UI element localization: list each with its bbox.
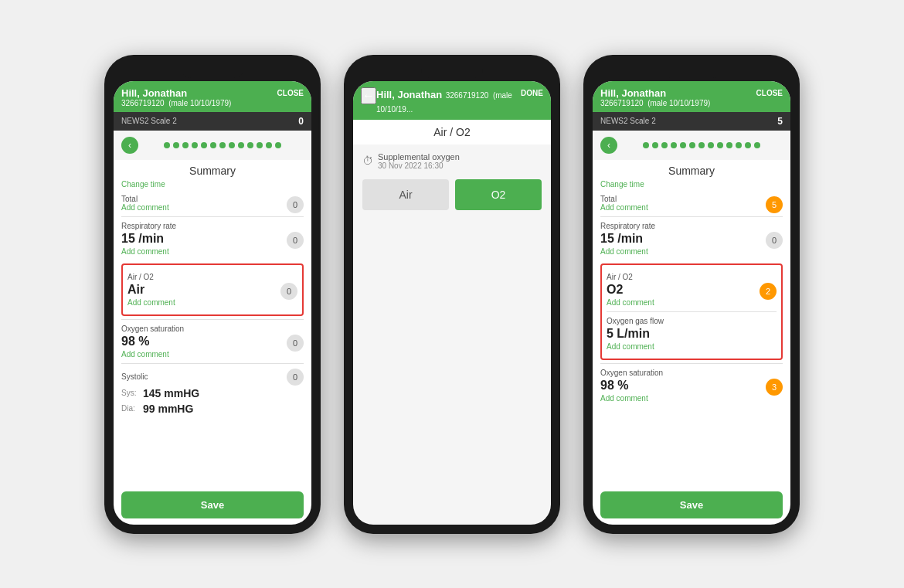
patient-name-2: Hill, Jonathan xyxy=(376,89,442,100)
dot xyxy=(708,142,714,148)
supplemental-row-2: ⏱ Supplemental oxygen 30 Nov 2022 16:30 xyxy=(353,144,551,175)
dot xyxy=(745,142,751,148)
resp-rate-row-3: Respiratory rate 15 /min Add comment 0 xyxy=(600,216,783,260)
air-o2-section-1: Air / O2 Air Add comment 0 xyxy=(121,263,304,316)
air-o2-title-2: Air / O2 xyxy=(353,120,551,144)
news2-bar-1: NEWS2 Scale 2 0 xyxy=(114,112,311,131)
screen-1: Hill, Jonathan 3266719120 (male 10/10/19… xyxy=(114,81,311,525)
o2-gas-row-3: Oxygen gas flow 5 L/min Add comment xyxy=(607,311,777,355)
done-button-2[interactable]: DONE xyxy=(521,87,543,97)
air-o2-score-3: 2 xyxy=(760,283,777,300)
supplemental-label-2: Supplemental oxygen xyxy=(378,152,460,161)
o2-sat-score-3: 3 xyxy=(766,379,783,396)
phone-notch-1 xyxy=(182,64,243,78)
resp-score-3: 0 xyxy=(766,232,783,249)
add-comment-gas-3[interactable]: Add comment xyxy=(607,342,664,354)
screen-header-2: ← Hill, Jonathan 3266719120 (male 10/10/… xyxy=(353,81,551,120)
air-o2-toggle-2: Air O2 xyxy=(353,175,551,219)
dot xyxy=(736,142,742,148)
close-button-3[interactable]: CLOSE xyxy=(756,87,783,97)
total-row-3: Total Add comment 5 xyxy=(600,190,783,216)
air-o2-score-1: 0 xyxy=(280,283,297,300)
screen-header-3: Hill, Jonathan 3266719120 (male 10/10/19… xyxy=(593,81,790,112)
close-button-1[interactable]: CLOSE xyxy=(277,87,304,97)
dots-nav-1: ‹ xyxy=(114,131,311,160)
supplemental-date-2: 30 Nov 2022 16:30 xyxy=(378,161,460,170)
phone-3: Hill, Jonathan 3266719120 (male 10/10/19… xyxy=(583,55,800,534)
dot xyxy=(164,142,170,148)
phone-1: Hill, Jonathan 3266719120 (male 10/10/19… xyxy=(104,55,321,534)
save-btn-area-3: Save xyxy=(593,485,790,525)
air-o2-info-1: Air / O2 Air Add comment xyxy=(127,273,175,310)
save-button-1[interactable]: Save xyxy=(121,491,304,518)
dot xyxy=(210,142,216,148)
save-button-3[interactable]: Save xyxy=(600,491,783,518)
o2-sat-info-1: Oxygen saturation 98 % Add comment xyxy=(121,325,184,362)
dot xyxy=(671,142,677,148)
add-comment-air-1[interactable]: Add comment xyxy=(127,298,175,310)
dot xyxy=(661,142,668,148)
air-toggle-btn-2[interactable]: Air xyxy=(362,179,449,210)
change-time-1[interactable]: Change time xyxy=(114,178,311,190)
patient-details-1: 3266719120 (male 10/10/1979) xyxy=(121,99,231,107)
total-score-1: 0 xyxy=(287,196,304,213)
phones-container: Hill, Jonathan 3266719120 (male 10/10/19… xyxy=(104,55,800,534)
back-arrow-2[interactable]: ← xyxy=(361,87,376,104)
patient-name-3: Hill, Jonathan xyxy=(600,87,710,99)
screen-header-1: Hill, Jonathan 3266719120 (male 10/10/19… xyxy=(114,81,311,112)
summary-title-3: Summary xyxy=(593,160,790,178)
phone-notch-3 xyxy=(661,64,722,78)
add-comment-resp-3[interactable]: Add comment xyxy=(600,247,655,259)
dots-nav-3: ‹ xyxy=(593,131,790,160)
dot xyxy=(726,142,732,148)
resp-rate-row-1: Respiratory rate 15 /min Add comment 0 xyxy=(121,216,304,260)
supplemental-info-2: Supplemental oxygen 30 Nov 2022 16:30 xyxy=(378,152,460,170)
o2-sat-row-1: Oxygen saturation 98 % Add comment 0 xyxy=(121,319,304,363)
air-o2-row-1: Air / O2 Air Add comment 0 xyxy=(127,268,297,311)
dot xyxy=(182,142,189,148)
patient-details-3: 3266719120 (male 10/10/1979) xyxy=(600,99,710,107)
dots-container-3 xyxy=(620,142,783,148)
add-comment-resp-1[interactable]: Add comment xyxy=(121,247,176,259)
dot xyxy=(689,142,695,148)
dot xyxy=(257,142,263,148)
back-button-3[interactable]: ‹ xyxy=(600,137,617,154)
o2-sat-score-1: 0 xyxy=(287,335,304,352)
dot xyxy=(192,142,198,148)
screen-content-3: Total Add comment 5 Respiratory rate 15 … xyxy=(593,190,790,485)
dot xyxy=(698,142,705,148)
news2-bar-3: NEWS2 Scale 2 5 xyxy=(593,112,790,131)
screen-content-1: Total Add comment 0 Respiratory rate 15 … xyxy=(114,190,311,485)
total-score-3: 5 xyxy=(766,196,783,213)
phone-notch-2 xyxy=(421,64,483,78)
resp-rate-info-1: Respiratory rate 15 /min Add comment xyxy=(121,222,176,259)
dot xyxy=(173,142,179,148)
add-comment-o2sat-1[interactable]: Add comment xyxy=(121,350,184,362)
dot xyxy=(266,142,272,148)
patient-name-1: Hill, Jonathan xyxy=(121,87,231,99)
o2-sat-info-3: Oxygen saturation 98 % Add comment xyxy=(600,369,663,406)
dot xyxy=(275,142,281,148)
o2-toggle-btn-2[interactable]: O2 xyxy=(455,179,542,210)
dia-row-1: Dia: 99 mmHG xyxy=(121,401,304,416)
systolic-row-1: Systolic 0 Sys: 145 mmHG Dia: 99 mmHG xyxy=(121,363,304,418)
clock-icon-2: ⏱ xyxy=(362,155,373,167)
o2-sat-row-3: Oxygen saturation 98 % Add comment 3 xyxy=(600,363,783,407)
patient-info-3: Hill, Jonathan 3266719120 (male 10/10/19… xyxy=(600,87,710,107)
patient-info-2: Hill, Jonathan 3266719120 (male 10/10/19… xyxy=(376,87,521,115)
add-comment-total-1[interactable]: Add comment xyxy=(121,203,169,215)
screen-2: ← Hill, Jonathan 3266719120 (male 10/10/… xyxy=(353,81,551,525)
news2-label-1: NEWS2 Scale 2 xyxy=(121,117,177,125)
change-time-3[interactable]: Change time xyxy=(593,178,790,190)
add-comment-o2sat-3[interactable]: Add comment xyxy=(600,394,663,406)
add-comment-total-3[interactable]: Add comment xyxy=(600,203,648,215)
dot xyxy=(229,142,235,148)
back-button-1[interactable]: ‹ xyxy=(121,137,138,154)
dot xyxy=(201,142,207,148)
add-comment-air-3[interactable]: Add comment xyxy=(607,298,654,310)
dot xyxy=(680,142,686,148)
news2-score-3: 5 xyxy=(777,116,783,127)
air-o2-info-3: Air / O2 O2 Add comment xyxy=(607,273,654,310)
patient-info-1: Hill, Jonathan 3266719120 (male 10/10/19… xyxy=(121,87,231,107)
dot xyxy=(247,142,253,148)
